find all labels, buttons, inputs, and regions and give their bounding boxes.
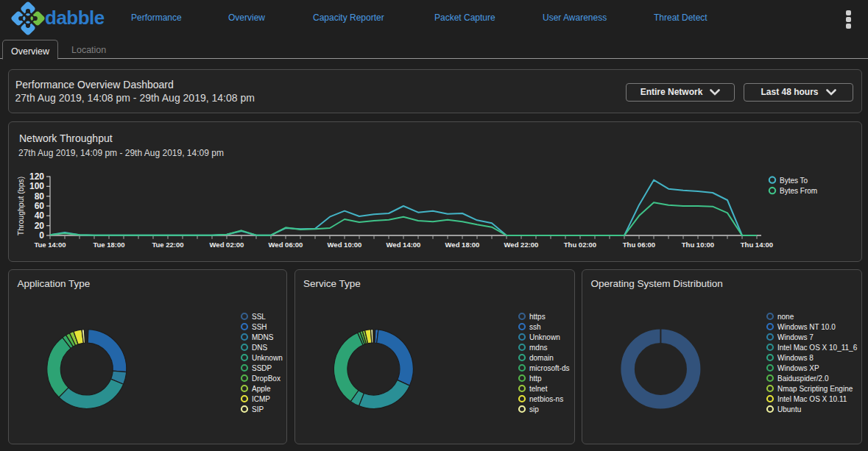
svg-text:domain: domain — [529, 354, 554, 362]
svg-text:Nmap Scripting Engine: Nmap Scripting Engine — [777, 385, 853, 393]
svg-text:Wed 10:00: Wed 10:00 — [328, 241, 362, 249]
svg-text:microsoft-ds: microsoft-ds — [529, 364, 569, 372]
svg-text:DNS: DNS — [252, 344, 267, 352]
svg-text:Unknown: Unknown — [252, 354, 283, 362]
svg-text:0: 0 — [39, 230, 44, 241]
svg-text:SIP: SIP — [252, 405, 264, 413]
svg-text:http: http — [529, 374, 542, 383]
svg-text:Wed 18:00: Wed 18:00 — [445, 241, 480, 249]
svg-text:Thu 06:00: Thu 06:00 — [623, 241, 655, 249]
svg-text:DropBox: DropBox — [252, 374, 280, 383]
svg-text:Tue 14:00: Tue 14:00 — [34, 241, 66, 249]
svg-text:telnet: telnet — [529, 385, 548, 393]
svg-text:Windows NT 10.0: Windows NT 10.0 — [777, 323, 836, 331]
svg-text:Baiduspider/2.0: Baiduspider/2.0 — [777, 374, 829, 383]
svg-text:Apple: Apple — [252, 385, 271, 393]
svg-text:Bytes To: Bytes To — [780, 177, 808, 185]
svg-text:Windows XP: Windows XP — [777, 364, 819, 372]
svg-text:40: 40 — [35, 210, 45, 221]
svg-text:SSL: SSL — [252, 313, 266, 321]
svg-text:Throughput (bps): Throughput (bps) — [16, 177, 25, 236]
svg-text:Windows 8: Windows 8 — [777, 354, 814, 362]
svg-text:SSH: SSH — [252, 323, 267, 331]
svg-text:60: 60 — [35, 201, 45, 211]
svg-text:100: 100 — [29, 181, 44, 191]
svg-text:Unknown: Unknown — [529, 333, 560, 341]
svg-text:80: 80 — [35, 191, 45, 202]
svg-text:ssh: ssh — [529, 323, 541, 331]
svg-text:none: none — [777, 313, 794, 321]
svg-text:mdns: mdns — [529, 344, 547, 352]
svg-text:Wed 14:00: Wed 14:00 — [387, 241, 421, 249]
svg-text:sip: sip — [529, 405, 539, 413]
svg-text:Tue 22:00: Tue 22:00 — [152, 241, 183, 249]
svg-text:Bytes From: Bytes From — [780, 187, 817, 195]
svg-text:Tue 18:00: Tue 18:00 — [93, 241, 124, 249]
svg-text:netbios-ns: netbios-ns — [529, 395, 563, 403]
svg-text:Intel Mac OS X 10.11: Intel Mac OS X 10.11 — [777, 395, 847, 403]
svg-text:SSDP: SSDP — [252, 364, 272, 372]
svg-text:Windows 7: Windows 7 — [777, 333, 814, 341]
svg-text:https: https — [529, 313, 546, 321]
svg-text:Wed 02:00: Wed 02:00 — [210, 241, 244, 249]
svg-text:20: 20 — [35, 221, 45, 231]
svg-text:Intel Mac OS X 10_11_6: Intel Mac OS X 10_11_6 — [777, 344, 858, 352]
svg-text:MDNS: MDNS — [252, 333, 274, 341]
svg-text:ICMP: ICMP — [252, 395, 270, 403]
svg-text:120: 120 — [29, 171, 44, 182]
svg-text:Wed 22:00: Wed 22:00 — [504, 241, 539, 249]
svg-text:Ubuntu: Ubuntu — [777, 405, 801, 413]
svg-text:Wed 06:00: Wed 06:00 — [269, 241, 303, 249]
svg-text:Thu 14:00: Thu 14:00 — [741, 241, 773, 249]
svg-text:Thu 02:00: Thu 02:00 — [564, 241, 596, 249]
svg-text:Thu 10:00: Thu 10:00 — [682, 241, 714, 249]
